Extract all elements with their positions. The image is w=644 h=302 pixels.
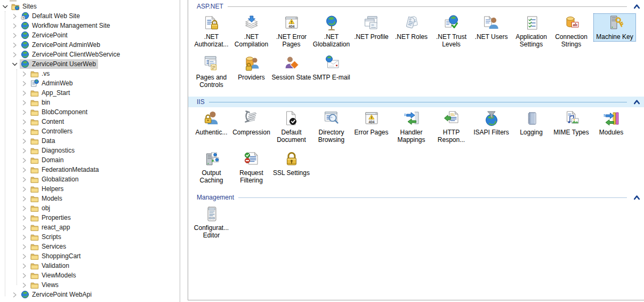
expand-chevron-icon[interactable] [21,100,27,106]
feature-machine-key[interactable]: Machine Key [591,13,638,49]
feature-net-trust-levels[interactable]: .NET TrustLevels [431,13,471,49]
expand-chevron-icon[interactable] [12,292,18,298]
feature-logging[interactable]: Logging [511,109,551,145]
tree-item-default-web-site[interactable]: ?Default Web Site [0,11,180,21]
tree-item-diagnostics[interactable]: Diagnostics [0,146,180,155]
expand-chevron-icon[interactable] [21,253,27,259]
section-header-iis[interactable]: IIS [188,97,644,107]
tree-item-zervicepoint-userweb[interactable]: ZervicePoint UserWeb [0,59,180,69]
feature-ssl-settings[interactable]: SSL Settings [271,149,311,185]
tree-item-validation[interactable]: Validation [0,261,180,271]
expand-chevron-icon[interactable] [21,225,27,231]
feature-net-profile[interactable]: .NET Profile [351,13,391,49]
collapse-section-button[interactable] [633,99,640,105]
section-header-asp-net[interactable]: ASP.NET [191,1,644,12]
tree-item-react-app[interactable]: react_app [0,222,180,232]
feature-directory-browsing[interactable]: DirectoryBrowsing [311,109,351,145]
feature-net-compilation[interactable]: .NETCompilation [231,13,271,49]
tree-item-viewmodels[interactable]: ViewModels [0,271,180,280]
tree-item-bin[interactable]: bin [0,98,180,107]
tree-item-content[interactable]: Content [0,117,180,126]
expand-chevron-icon[interactable] [21,234,27,240]
section-header-management[interactable]: Management [191,192,644,203]
feature-authentic[interactable]: Authentic... [191,109,231,145]
expand-chevron-icon[interactable] [12,33,18,38]
tree-item-properties[interactable]: Properties [0,213,180,222]
feature-isapi-filters[interactable]: ISAPI Filters [471,109,511,145]
feature-mime-types[interactable]: MIME Types [551,109,591,145]
expand-chevron-icon[interactable] [21,71,27,77]
tree-item-zervicepoint-webapi[interactable]: ZervicePoint WebApi [0,290,180,299]
feature-providers[interactable]: Providers [231,54,271,90]
feature-session-state[interactable]: Session State [271,54,311,90]
collapse-section-button[interactable] [633,4,640,9]
expand-chevron-icon[interactable] [21,119,27,125]
tree-item-zervicepoint-adminweb[interactable]: ZervicePoint AdminWeb [0,40,180,50]
tree-item-helpers[interactable]: Helpers [0,184,180,194]
feature-net-roles[interactable]: .NET Roles [391,13,431,49]
tree-item-obj[interactable]: obj [0,203,180,213]
expand-chevron-icon[interactable] [12,13,18,19]
feature-pages-and-controls[interactable]: Pages andControls [191,54,231,90]
tree-item-globalization[interactable]: Globalization [0,174,180,184]
feature-error-pages[interactable]: 404Error Pages [351,109,391,145]
expand-chevron-icon[interactable] [21,186,27,192]
tree-item-shoppingcart[interactable]: ShoppingCart [0,251,180,261]
expand-chevron-icon[interactable] [12,23,18,29]
tree-item-blobcomponent[interactable]: BlobComponent [0,107,180,117]
tree-item-sites[interactable]: Sites [0,2,180,11]
feature-http-respon[interactable]: HTTPRespon... [431,109,471,145]
tree-item-data[interactable]: Data [0,136,180,146]
feature-default-document[interactable]: DefaultDocument [271,109,311,145]
expand-chevron-icon[interactable] [21,81,27,86]
expand-chevron-icon[interactable] [12,52,18,58]
feature-net-error-pages[interactable]: 404.NET ErrorPages [271,13,311,49]
tree-item-app-start[interactable]: App_Start [0,88,180,98]
feature-configurat-editor[interactable]: Configurat...Editor [191,204,231,240]
tree-item-federationmetadata[interactable]: FederationMetadata [0,165,180,174]
tree-item-scripts[interactable]: Scripts [0,232,180,242]
feature-handler-mappings[interactable]: HandlerMappings [391,109,431,145]
expand-chevron-icon[interactable] [21,148,27,154]
expand-chevron-icon[interactable] [21,273,27,279]
pane-splitter[interactable] [181,0,188,302]
feature-output-caching[interactable]: OutputCaching [191,149,231,185]
feature-request-filtering[interactable]: RequestFiltering [231,149,271,185]
tree-item-services[interactable]: Services [0,242,180,251]
tree-item-zervicepoint-clientwebservice[interactable]: ZervicePoint ClientWebService [0,50,180,59]
tree-item-zervicepoint[interactable]: ZervicePoint [0,30,180,40]
expand-chevron-icon[interactable] [21,138,27,144]
feature-compression[interactable]: Compression [231,109,271,145]
expand-chevron-icon[interactable] [21,205,27,211]
tree-item-controllers[interactable]: Controllers [0,126,180,136]
collapse-section-button[interactable] [633,195,640,200]
feature-net-users[interactable]: .NET Users [471,13,511,49]
feature-application-settings[interactable]: ApplicationSettings [511,13,551,49]
expand-chevron-icon[interactable] [21,196,27,202]
expand-chevron-icon[interactable] [21,177,27,182]
collapse-chevron-icon[interactable] [2,4,8,10]
tree-item-adminweb[interactable]: AdminWeb [0,78,180,88]
tree-item-workflow-management-site[interactable]: Workflow Management Site [0,21,180,30]
feature-smtp-e-mail[interactable]: SMTP E-mail [311,54,351,90]
feature-modules[interactable]: Modules [591,109,631,145]
expand-chevron-icon[interactable] [21,263,27,269]
expand-chevron-icon[interactable] [21,90,27,96]
expand-chevron-icon[interactable] [21,157,27,163]
tree-item-views[interactable]: Views [0,280,180,290]
expand-chevron-icon[interactable] [21,167,27,173]
tree-item-models[interactable]: Models [0,194,180,203]
feature-net-authorizat[interactable]: .NETAuthorizat... [191,13,231,49]
tree-item-vs[interactable]: .vs [0,69,180,78]
collapse-chevron-icon[interactable] [12,61,18,67]
tree-item-domain[interactable]: Domain [0,155,180,165]
expand-chevron-icon[interactable] [21,109,27,115]
expand-chevron-icon[interactable] [21,129,27,134]
expand-chevron-icon[interactable] [12,42,18,48]
feature-connection-strings[interactable]: abConnectionStrings [551,13,591,49]
feature-label-line: Settings [516,41,547,48]
feature-net-globalization[interactable]: .NETGlobalization [311,13,351,49]
expand-chevron-icon[interactable] [21,244,27,250]
expand-chevron-icon[interactable] [21,282,27,288]
expand-chevron-icon[interactable] [21,215,27,221]
